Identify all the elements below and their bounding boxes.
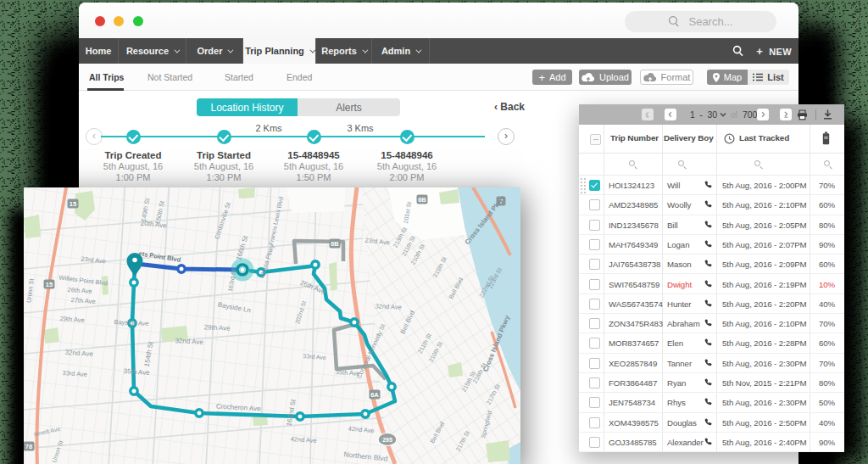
svg-text:32nd Ave: 32nd Ave [175, 337, 203, 346]
svg-text:32nd Ave: 32nd Ave [375, 302, 402, 311]
svg-text:295: 295 [382, 437, 392, 443]
svg-text:6B: 6B [331, 240, 339, 248]
svg-text:6B: 6B [418, 196, 426, 204]
svg-text:15: 15 [70, 200, 76, 208]
svg-text:15: 15 [46, 281, 53, 288]
svg-text:78: 78 [25, 443, 32, 450]
svg-text:29th Ave: 29th Ave [203, 323, 231, 333]
svg-text:6A: 6A [370, 391, 379, 399]
